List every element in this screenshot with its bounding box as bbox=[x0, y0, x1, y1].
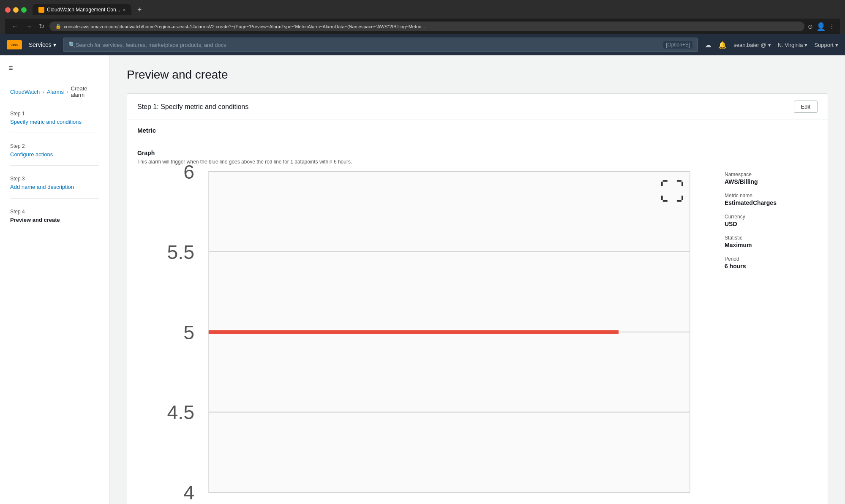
statistic-value: Maximum bbox=[725, 242, 818, 248]
aws-logo-box: aws bbox=[7, 40, 22, 49]
step1-card-header: Step 1: Specify metric and conditions Ed… bbox=[127, 94, 828, 120]
breadcrumb-sep-1: › bbox=[42, 89, 44, 95]
currency-label: Currency bbox=[725, 214, 818, 220]
services-arrow: ▾ bbox=[53, 41, 56, 48]
support-arrow: ▾ bbox=[835, 42, 838, 48]
support-label: Support bbox=[814, 42, 834, 48]
details-panel: Namespace AWS/Billing Metric name Estima… bbox=[725, 172, 818, 504]
namespace-label: Namespace bbox=[725, 172, 818, 177]
period-row: Period 6 hours bbox=[725, 256, 818, 270]
chart-svg: 6 5.5 5 4.5 4 06/23 06/25 06/27 bbox=[137, 172, 708, 504]
step-4-link: Preview and create bbox=[10, 216, 99, 224]
svg-text:5.5: 5.5 bbox=[167, 241, 195, 263]
step-3-link[interactable]: Add name and description bbox=[10, 183, 99, 191]
browser-chrome: CloudWatch Management Con... × + ← → ↻ 🔒… bbox=[0, 0, 845, 34]
step1-card: Step 1: Specify metric and conditions Ed… bbox=[127, 93, 828, 504]
step-2-group: Step 2 Configure actions bbox=[10, 143, 99, 166]
step-2-label: Step 2 bbox=[10, 143, 99, 149]
services-button[interactable]: Services ▾ bbox=[29, 41, 56, 48]
new-tab-button[interactable]: + bbox=[134, 5, 145, 15]
breadcrumb-alarms[interactable]: Alarms bbox=[47, 89, 64, 95]
metric-section-header: Metric bbox=[127, 120, 828, 141]
tab-close-button[interactable]: × bbox=[123, 7, 125, 12]
step-1-label: Step 1 bbox=[10, 111, 99, 117]
step-1-group: Step 1 Specify metric and conditions bbox=[10, 111, 99, 133]
services-label: Services bbox=[29, 41, 52, 48]
metric-name-label: Metric name bbox=[725, 193, 818, 199]
search-shortcut: [Option+S] bbox=[663, 41, 692, 49]
browser-dots bbox=[5, 7, 27, 13]
user-avatar-icon[interactable]: 👤 bbox=[816, 22, 826, 31]
step-4-group: Step 4 Preview and create bbox=[10, 209, 99, 224]
region-label: N. Virginia bbox=[778, 42, 803, 48]
graph-and-details: 6 5.5 5 4.5 4 06/23 06/25 06/27 bbox=[137, 172, 818, 504]
cloud-icon-button[interactable]: ☁ bbox=[705, 41, 711, 49]
breadcrumb-current: Create alarm bbox=[71, 85, 99, 98]
chart-container: 6 5.5 5 4.5 4 06/23 06/25 06/27 bbox=[137, 172, 708, 504]
main-content: Preview and create Step 1: Specify metri… bbox=[110, 55, 845, 504]
breadcrumb: CloudWatch › Alarms › Create alarm bbox=[0, 81, 109, 102]
tab-title: CloudWatch Management Con... bbox=[47, 7, 120, 13]
user-arrow: ▾ bbox=[768, 42, 771, 48]
page-body: ≡ CloudWatch › Alarms › Create alarm Ste… bbox=[0, 55, 845, 504]
tab-favicon bbox=[38, 7, 44, 13]
forward-button[interactable]: → bbox=[24, 22, 34, 31]
browser-toolbar: ← → ↻ 🔒 console.aws.amazon.com/cloudwatc… bbox=[5, 19, 840, 34]
search-icon: 🔍 bbox=[68, 41, 76, 48]
step-2-link[interactable]: Configure actions bbox=[10, 151, 99, 158]
page-title: Preview and create bbox=[127, 68, 828, 82]
statistic-row: Statistic Maximum bbox=[725, 235, 818, 248]
svg-text:6: 6 bbox=[183, 161, 194, 183]
metric-name-value: EstimatedCharges bbox=[725, 199, 818, 206]
svg-text:5: 5 bbox=[183, 321, 194, 343]
graph-section: Graph This alarm will trigger when the b… bbox=[127, 141, 828, 504]
svg-text:4.5: 4.5 bbox=[167, 401, 195, 423]
svg-text:⛶: ⛶ bbox=[660, 178, 684, 206]
step-1-link[interactable]: Specify metric and conditions bbox=[10, 118, 99, 126]
edit-button[interactable]: Edit bbox=[794, 101, 818, 113]
search-input[interactable] bbox=[76, 42, 663, 48]
svg-text:4: 4 bbox=[183, 482, 194, 504]
step-4-label: Step 4 bbox=[10, 209, 99, 215]
aws-topnav: aws Services ▾ 🔍 [Option+S] ☁ 🔔 sean.bai… bbox=[0, 34, 845, 55]
dot-red[interactable] bbox=[5, 7, 11, 13]
region-menu[interactable]: N. Virginia ▾ bbox=[778, 42, 808, 48]
namespace-value: AWS/Billing bbox=[725, 178, 818, 185]
refresh-button[interactable]: ↻ bbox=[37, 22, 46, 31]
namespace-row: Namespace AWS/Billing bbox=[725, 172, 818, 185]
user-menu[interactable]: sean.baier @ ▾ bbox=[733, 42, 771, 48]
sidebar: ≡ CloudWatch › Alarms › Create alarm Ste… bbox=[0, 55, 110, 504]
dot-yellow[interactable] bbox=[13, 7, 19, 13]
support-menu[interactable]: Support ▾ bbox=[814, 42, 838, 48]
step-3-label: Step 3 bbox=[10, 176, 99, 182]
back-button[interactable]: ← bbox=[10, 22, 20, 31]
search-bar[interactable]: 🔍 [Option+S] bbox=[63, 38, 698, 52]
metric-name-row: Metric name EstimatedCharges bbox=[725, 193, 818, 206]
steps-navigation: Step 1 Specify metric and conditions Ste… bbox=[0, 102, 109, 242]
extension-icon[interactable]: ⊙ bbox=[808, 23, 813, 30]
user-label: sean.baier @ bbox=[733, 42, 766, 48]
statistic-label: Statistic bbox=[725, 235, 818, 241]
step1-heading: Step 1: Specify metric and conditions bbox=[137, 103, 248, 111]
bell-icon-button[interactable]: 🔔 bbox=[718, 41, 727, 49]
region-arrow: ▾ bbox=[804, 42, 807, 48]
graph-title: Graph bbox=[137, 150, 818, 156]
hamburger-button[interactable]: ≡ bbox=[0, 64, 22, 81]
step-3-group: Step 3 Add name and description bbox=[10, 176, 99, 198]
active-tab[interactable]: CloudWatch Management Con... × bbox=[33, 4, 131, 15]
browser-tab-bar: CloudWatch Management Con... × + bbox=[5, 4, 840, 15]
currency-row: Currency USD bbox=[725, 214, 818, 227]
breadcrumb-sep-2: › bbox=[66, 89, 68, 95]
aws-logo: aws bbox=[7, 40, 22, 49]
dot-green[interactable] bbox=[21, 7, 27, 13]
menu-button[interactable]: ⋮ bbox=[829, 23, 835, 30]
lock-icon: 🔒 bbox=[55, 24, 61, 29]
address-bar[interactable]: 🔒 console.aws.amazon.com/cloudwatch/home… bbox=[49, 22, 804, 31]
period-label: Period bbox=[725, 256, 818, 262]
currency-value: USD bbox=[725, 221, 818, 227]
period-value: 6 hours bbox=[725, 263, 818, 270]
breadcrumb-cloudwatch[interactable]: CloudWatch bbox=[10, 89, 40, 95]
graph-subtitle: This alarm will trigger when the blue li… bbox=[137, 159, 818, 165]
address-text: console.aws.amazon.com/cloudwatch/home?r… bbox=[64, 24, 425, 29]
